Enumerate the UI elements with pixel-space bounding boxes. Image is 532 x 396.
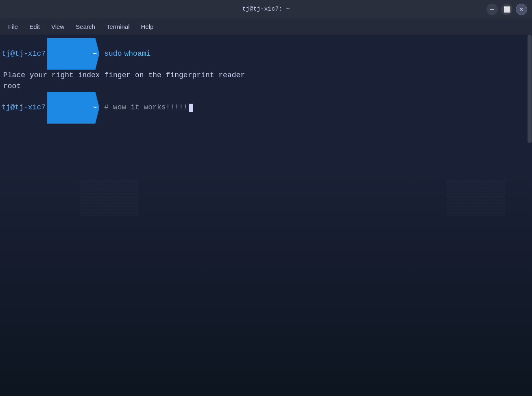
prompt-tilde-2: ~ (93, 104, 97, 111)
terminal-content[interactable]: ▓▓▓ ▓▓▓ tj@tj-x1c7 ~ sudo whoami Place y… (0, 35, 532, 396)
prompt-arrow-bg-1: ~ (47, 38, 99, 70)
close-button[interactable]: ✕ (516, 4, 527, 15)
prompt-arrow-2: ~ (47, 92, 99, 124)
prompt-arrow-bg-2: ~ (47, 92, 99, 124)
cmd-comment: # wow it works!!!!! (104, 102, 188, 113)
title-bar: tj@tj-x1c7: ~ ─ ⬜ ✕ (0, 0, 532, 18)
cursor (189, 104, 193, 112)
menu-item-terminal[interactable]: Terminal (102, 22, 135, 32)
menu-bar: File Edit View Search Terminal Help (0, 18, 532, 35)
cmd-sudo: sudo (104, 48, 122, 59)
menu-item-file[interactable]: File (3, 22, 23, 32)
prompt-tilde-1: ~ (93, 50, 97, 58)
prompt-line-1: tj@tj-x1c7 ~ sudo whoami (2, 38, 530, 70)
prompt-line-2: tj@tj-x1c7 ~ # wow it works!!!!! (2, 92, 530, 124)
output-root: root (2, 81, 530, 92)
menu-item-search[interactable]: Search (71, 22, 100, 32)
minimize-button[interactable]: ─ (486, 4, 498, 15)
window-controls: ─ ⬜ ✕ (486, 4, 527, 15)
window-title: tj@tj-x1c7: ~ (242, 6, 290, 13)
scrollbar[interactable] (527, 35, 532, 396)
menu-item-help[interactable]: Help (136, 22, 159, 32)
prompt-user-2: tj@tj-x1c7 (2, 102, 46, 113)
menu-item-view[interactable]: View (46, 22, 69, 32)
bg-decor-2: ▓▓▓ (447, 179, 506, 216)
menu-item-edit[interactable]: Edit (24, 22, 45, 32)
prompt-user-1: tj@tj-x1c7 (2, 48, 46, 59)
scrollbar-thumb[interactable] (528, 35, 532, 143)
bg-decor-1: ▓▓▓ (80, 179, 138, 216)
maximize-button[interactable]: ⬜ (501, 4, 512, 15)
terminal-window: tj@tj-x1c7: ~ ─ ⬜ ✕ File Edit View Searc… (0, 0, 532, 396)
output-fingerprint: Place your right index finger on the fin… (2, 70, 530, 81)
prompt-arrow-1: ~ (47, 38, 99, 70)
cmd-whoami: whoami (124, 48, 150, 59)
